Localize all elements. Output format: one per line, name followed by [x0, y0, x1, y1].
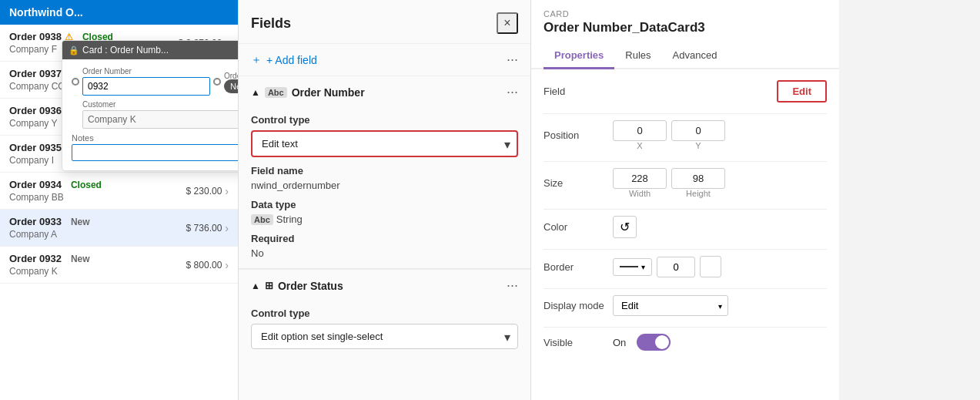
x-input-group: X [613, 120, 667, 150]
control-type-wrapper-2: Edit option set single-select ▾ [251, 324, 518, 349]
color-row: Color ↺ [544, 216, 827, 238]
field-row: Field Edit [544, 80, 827, 103]
size-row: Size Width Height [544, 168, 827, 198]
order-company: Company A [9, 229, 186, 240]
customer-label: Customer [82, 100, 239, 109]
border-style-line [620, 266, 638, 267]
add-field-button[interactable]: ＋ + Add field [251, 53, 317, 67]
order-name: Order 0933 New [9, 216, 186, 227]
props-content: Field Edit Position X Y Size [531, 69, 839, 400]
grid-icon: ⊞ [265, 280, 273, 291]
more-options-button[interactable]: ··· [507, 52, 518, 68]
section-more-options-button[interactable]: ··· [507, 84, 518, 100]
order-amount: $ 230.00 [186, 186, 222, 197]
tab-properties[interactable]: Properties [544, 43, 614, 69]
position-label: Position [544, 129, 613, 141]
control-type-label-2: Control type [251, 308, 518, 319]
field-name-value: nwind_ordernumber [251, 180, 518, 191]
divider [544, 161, 827, 162]
close-button[interactable]: × [497, 12, 518, 34]
status-badge: Closed [71, 180, 102, 190]
chevron-right-icon: › [225, 259, 229, 271]
size-values: Width Height [613, 168, 827, 198]
color-reset-icon: ↺ [620, 220, 630, 234]
props-tabs: Properties Rules Advanced [531, 43, 839, 69]
divider [544, 327, 827, 328]
border-style-chevron: ▾ [641, 263, 645, 271]
color-swatch-button[interactable]: ↺ [613, 216, 637, 238]
control-type-select-2[interactable]: Edit option set single-select [251, 324, 518, 349]
section-more-options-button[interactable]: ··· [507, 277, 518, 294]
divider [544, 288, 827, 289]
order-number-input[interactable] [82, 77, 210, 96]
visible-label: Visible [544, 337, 613, 348]
order-name: Order 0934 Closed [9, 179, 186, 190]
tab-rules[interactable]: Rules [614, 43, 661, 69]
customer-value: Company K [82, 110, 239, 129]
order-company: Company K [9, 266, 186, 277]
order-info: Order 0932 New Company K [9, 253, 186, 277]
section-label: Order Number [292, 86, 365, 99]
border-width-input[interactable] [657, 257, 695, 277]
list-item[interactable]: Order 0933 New Company A $ 736.00 › [0, 210, 238, 247]
order-number-section-header[interactable]: ▲ Abc Order Number ··· [239, 76, 530, 108]
position-y-input[interactable] [671, 120, 725, 141]
props-header: CARD Order Number_DataCard3 [531, 0, 839, 43]
divider [544, 209, 827, 210]
border-style-select[interactable]: ▾ [613, 258, 652, 276]
position-x-input[interactable] [613, 120, 667, 141]
properties-panel: CARD Order Number_DataCard3 Properties R… [531, 0, 839, 400]
size-width-input[interactable] [613, 168, 667, 189]
divider [544, 249, 827, 250]
notes-input[interactable] [72, 144, 239, 161]
control-type-select[interactable]: Edit text [251, 130, 518, 157]
card-overlay-title: Card : Order Numb... [82, 45, 169, 55]
size-height-input[interactable] [671, 168, 725, 189]
border-row: Border ▾ [544, 256, 827, 277]
display-mode-wrapper: Edit View Disabled ▾ [613, 295, 728, 316]
card-name: Order Number_DataCard3 [544, 20, 827, 35]
control-type-label: Control type [251, 114, 518, 126]
list-item[interactable]: Order 0932 New Company K $ 800.00 › [0, 247, 238, 284]
section-header-left: ▲ Abc Order Number [251, 86, 365, 99]
order-status-group: Order S New [224, 72, 239, 91]
list-item[interactable]: Order 0934 Closed Company BB $ 230.00 › [0, 173, 238, 210]
fields-header: Fields × [239, 0, 530, 44]
width-label: Width [629, 189, 651, 198]
height-input-group: Height [671, 168, 725, 198]
chevron-right-icon: › [225, 185, 229, 197]
connector-circle [213, 78, 221, 86]
status-badge: New [71, 217, 90, 227]
fields-title: Fields [251, 15, 291, 32]
order-amount: $ 736.00 [186, 223, 222, 234]
size-label: Size [544, 177, 613, 189]
panel-header: Northwind O... [0, 0, 238, 25]
field-name-label: Field name [251, 165, 518, 176]
visible-row: Visible On [544, 334, 827, 351]
chevron-down-icon: ▲ [251, 87, 260, 98]
abc-icon: Abc [265, 87, 287, 98]
notes-label: Notes [72, 133, 239, 143]
status-pill: New [224, 79, 239, 93]
chevron-down-icon: ▲ [251, 281, 260, 291]
order-amount: $ 800.00 [186, 260, 222, 271]
divider [544, 113, 827, 114]
add-field-label: + Add field [266, 54, 317, 66]
y-label: Y [695, 141, 701, 150]
chevron-right-icon: › [225, 222, 229, 234]
order-status-section-header[interactable]: ▲ ⊞ Order Status ··· [239, 269, 530, 301]
visible-control: On [613, 334, 671, 351]
section-label: Order Status [278, 280, 343, 292]
display-mode-select[interactable]: Edit View Disabled [613, 295, 728, 316]
panel-title: Northwind O... [9, 6, 83, 18]
tab-advanced[interactable]: Advanced [662, 43, 728, 69]
color-label: Color [544, 221, 613, 233]
position-row: Position X Y [544, 120, 827, 150]
visible-toggle[interactable] [637, 334, 671, 351]
required-label: Required [251, 233, 518, 244]
fields-panel: Fields × ＋ + Add field ··· ▲ Abc Order N… [239, 0, 531, 400]
order-company: Company BB [9, 192, 186, 203]
edit-button[interactable]: Edit [777, 80, 827, 103]
add-field-row: ＋ + Add field ··· [239, 44, 530, 76]
border-color-swatch[interactable] [700, 256, 721, 277]
